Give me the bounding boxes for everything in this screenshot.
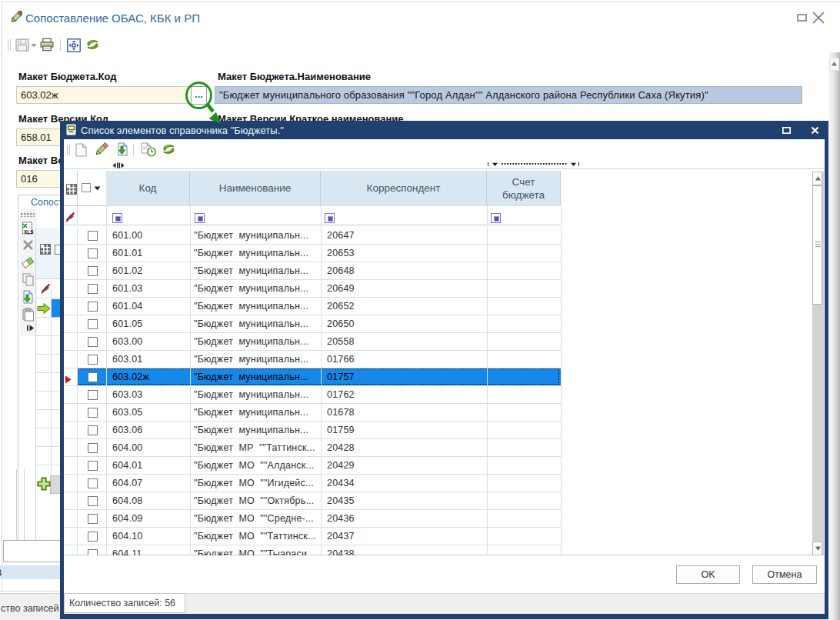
svg-text:XLS: XLS bbox=[24, 229, 34, 235]
